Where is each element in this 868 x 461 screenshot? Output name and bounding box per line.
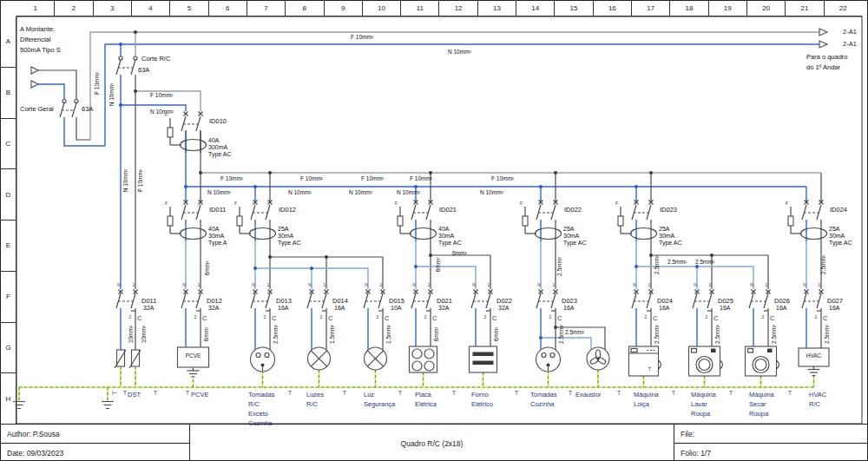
load-label: HVAC R/C [809, 390, 826, 409]
rcd-test-mark: F [165, 112, 168, 117]
wire-size-label: F 10mm² [94, 72, 100, 95]
corte-geral-label: Corte Geral [20, 105, 54, 113]
load-máquina-loiça-icon: T [629, 346, 661, 376]
breaker-D022-rating: 32A [498, 305, 509, 311]
rcd-test-mark: F [165, 201, 168, 206]
wire-size-label: F 10mm² [361, 175, 384, 181]
svg-text:N: N [803, 282, 806, 287]
corte-rc-rating: 63A [138, 66, 149, 74]
svg-text:C: C [823, 314, 828, 322]
svg-text:C: C [328, 314, 333, 322]
distribution-buses [186, 130, 821, 202]
svg-text:N: N [365, 282, 368, 287]
wire-size-label: 6mm² [452, 250, 467, 256]
breaker-D011-wire-label: 10mm² [141, 326, 147, 343]
rcd-ID010-sensitivity: 300mA [208, 144, 227, 150]
earth-terminal-mark: T [452, 390, 456, 396]
svg-text:1: 1 [553, 282, 556, 287]
svg-text:C: C [385, 314, 390, 322]
load-label: Placa Elétrica [415, 390, 437, 409]
breaker-D027-wire-label: 2.5mm² [824, 325, 830, 344]
wire-size-label: N 10mm² [288, 189, 312, 195]
rcd-ID023-rating: 25A [659, 226, 669, 232]
rcd-test-mark: F [520, 201, 523, 206]
rcd-ID021-label: ID021 [439, 206, 457, 214]
load-label: Exaustor [575, 390, 602, 399]
load-label: Forno Elétrico [471, 390, 493, 409]
rcd-ID023-symbol [618, 201, 657, 242]
svg-text:2: 2 [549, 314, 552, 319]
drawing-title: Quadro R/C (2x18) [190, 425, 674, 461]
breaker-D025-rating: 16A [720, 305, 730, 311]
svg-text:N: N [633, 282, 636, 287]
wire-size-label: 2.5mm² [565, 329, 584, 335]
load-label: Luz Segurança [364, 390, 395, 409]
load-exaustor-icon [587, 347, 609, 370]
breaker-D023-wire-label: 2.5mm² [558, 325, 564, 344]
svg-text:C: C [770, 314, 775, 322]
svg-text:N: N [537, 282, 541, 287]
breaker-D013-rating: 16A [278, 305, 288, 311]
rcd-ID024-sensitivity: 30mA [829, 233, 845, 239]
wire-size-label: F 10mm² [351, 34, 373, 40]
svg-text:C: C [713, 314, 719, 322]
rcd-ID012-label: ID012 [279, 206, 296, 214]
svg-text:C: C [137, 314, 142, 322]
ground-icon [13, 402, 25, 409]
rcd-ID011-symbol [168, 201, 207, 242]
svg-text:N: N [472, 282, 476, 287]
drawing-area-border [16, 16, 862, 424]
earth-terminal-mark: T [154, 390, 157, 396]
breaker-D021-rating: 32A [438, 305, 449, 311]
load-máquina-lavar-roupa-icon [689, 346, 723, 376]
corte-geral-switch-symbol [60, 100, 78, 118]
rcd-ID012-sensitivity: 30mA [278, 233, 293, 239]
load-label: Luzes R/C [306, 390, 324, 409]
load-label: DST [128, 390, 141, 399]
title-block-folio: Folio: 1/7 [674, 443, 868, 461]
breaker-D012-rating: 32A [208, 305, 219, 311]
svg-text:2: 2 [762, 314, 765, 319]
load-label: Máquina Secar Roupa [749, 390, 774, 418]
svg-text:N: N [308, 282, 312, 287]
earth-terminal-mark: T [343, 390, 346, 396]
corte-geral-rating: 63A [82, 105, 93, 113]
svg-text:1: 1 [198, 282, 201, 287]
earth-terminal-mark: T [186, 390, 189, 396]
breaker-D015-label: D015 [389, 297, 404, 305]
svg-text:1: 1 [819, 282, 821, 287]
incoming-wiring [31, 29, 827, 289]
load-placa-elétrica-icon [410, 346, 437, 372]
wire-size-label: N 10mm² [448, 49, 471, 55]
breaker-D022-label: D022 [496, 297, 512, 305]
feeder-ref-phase: 2-A1 [843, 28, 857, 36]
load-luzes-r/c-icon [308, 347, 331, 370]
svg-text:1: 1 [709, 282, 712, 287]
rcd-ID021-symbol [398, 201, 437, 242]
breaker-D012-wire-label: 6mm² [203, 327, 209, 342]
load-box-text: HVAC [806, 352, 822, 359]
breaker-D023-label: D023 [562, 297, 577, 305]
rcd-ID024-type: Type AC [829, 240, 852, 246]
breaker-D024-rating: 16A [659, 305, 669, 311]
svg-text:2: 2 [424, 314, 427, 319]
breaker-D022-wire-label: 6mm² [493, 327, 499, 342]
load-tomadas-r/c-exceto-cozinha-icon [251, 347, 275, 372]
svg-text:N: N [694, 282, 697, 287]
rcd-ID010-type: Type AC [208, 151, 231, 157]
rcd-ID010-rating: 40A [208, 137, 219, 143]
load-label: PCVE [191, 390, 208, 399]
breaker-D015-wire-label: 1.5mm² [385, 325, 391, 344]
load-label: Máquina Lavar Roupa [691, 390, 716, 418]
rcd-ID012-rating: 25A [278, 226, 288, 232]
load-máquina-secar-roupa-icon [746, 346, 779, 376]
next-floor-note: Para o quadro do 1º Andar [806, 52, 848, 73]
rcd-test-mark: F [786, 201, 788, 206]
svg-text:1: 1 [267, 282, 270, 287]
rcd-ID021-type: Type AC [438, 240, 461, 246]
load-box-text: PCVE [186, 352, 201, 359]
svg-text:1: 1 [324, 282, 326, 287]
wire-size-label: N 10mm² [349, 189, 372, 195]
wire-size-label: 2.5mm² [654, 255, 660, 274]
earth-terminal-mark: T [617, 390, 621, 396]
